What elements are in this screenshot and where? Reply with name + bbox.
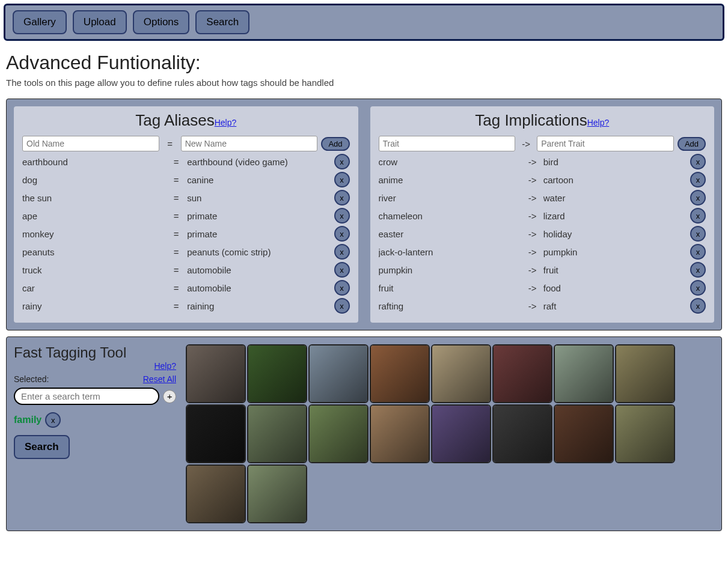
add-term-button[interactable]: +: [163, 390, 176, 403]
thumbnail[interactable]: [615, 344, 675, 403]
selected-label: Selected:: [14, 374, 49, 384]
alias-row: peanuts=peanuts (comic strip)x: [22, 243, 350, 261]
alias-row: dog=caninex: [22, 171, 350, 189]
thumbnail[interactable]: [308, 404, 369, 463]
alias-right: automobile: [187, 283, 330, 293]
alias-row: the sun=sunx: [22, 189, 350, 207]
impl-delete-button[interactable]: x: [690, 280, 706, 296]
alias-sep: =: [163, 139, 177, 149]
alias-new-input[interactable]: [181, 136, 318, 151]
thumbnail[interactable]: [370, 344, 430, 403]
alias-old-input[interactable]: [22, 136, 159, 151]
thumbnail[interactable]: [554, 404, 614, 463]
reset-all-link[interactable]: Reset All: [143, 374, 176, 384]
thumbnail[interactable]: [370, 404, 430, 463]
alias-row: car=automobilex: [22, 279, 350, 297]
thumbnail[interactable]: [554, 344, 614, 403]
thumbnail[interactable]: [492, 344, 552, 403]
impl-right: fruit: [543, 265, 687, 275]
nav-upload[interactable]: Upload: [73, 10, 127, 34]
alias-delete-button[interactable]: x: [334, 172, 350, 187]
implications-title: Tag Implications: [475, 111, 587, 129]
aliases-box: Tag AliasesHelp? = Add earthbound=earthb…: [14, 106, 358, 323]
alias-sep: =: [169, 229, 183, 239]
impl-right: water: [543, 193, 687, 203]
fast-tag-search-button[interactable]: Search: [14, 435, 70, 459]
nav-gallery[interactable]: Gallery: [13, 10, 67, 34]
alias-left: ape: [22, 211, 165, 221]
alias-sep: =: [169, 283, 183, 293]
thumbnail[interactable]: [615, 404, 675, 463]
fast-tag-help-link[interactable]: Help?: [154, 361, 176, 371]
alias-delete-button[interactable]: x: [334, 280, 350, 296]
impl-right: cartoon: [543, 175, 687, 185]
thumbnail[interactable]: [186, 344, 246, 403]
alias-sep: =: [169, 175, 183, 185]
nav-search[interactable]: Search: [195, 10, 249, 34]
alias-row: rainy=rainingx: [22, 297, 350, 315]
impl-left: chameleon: [379, 211, 522, 221]
tag-remove-button[interactable]: x: [45, 412, 61, 428]
thumbnail[interactable]: [431, 404, 491, 463]
thumbnail[interactable]: [186, 404, 246, 463]
impl-delete-button[interactable]: x: [690, 172, 706, 187]
impl-delete-button[interactable]: x: [690, 298, 706, 314]
thumbnail[interactable]: [431, 344, 491, 403]
impl-delete-button[interactable]: x: [690, 244, 706, 260]
impl-left: easter: [379, 229, 522, 239]
implication-row: crow->birdx: [379, 153, 706, 171]
fast-tag-search-input[interactable]: [14, 388, 159, 405]
impl-delete-button[interactable]: x: [690, 208, 706, 224]
implication-row: anime->cartoonx: [379, 171, 706, 189]
impl-sep: ->: [525, 283, 540, 293]
impl-add-button[interactable]: Add: [678, 137, 706, 151]
alias-sep: =: [169, 265, 183, 275]
fast-tag-sidebar: Fast Tagging Tool Help? Selected: Reset …: [14, 344, 176, 523]
impl-right: pumpkin: [543, 247, 687, 257]
implication-row: jack-o-lantern->pumpkinx: [379, 243, 706, 261]
impl-parent-input[interactable]: [537, 136, 674, 151]
implication-row: easter->holidayx: [379, 225, 706, 243]
alias-left: monkey: [22, 229, 165, 239]
alias-add-button[interactable]: Add: [321, 137, 349, 151]
alias-delete-button[interactable]: x: [334, 154, 350, 169]
nav-options[interactable]: Options: [133, 10, 190, 34]
alias-delete-button[interactable]: x: [334, 208, 350, 224]
implications-help-link[interactable]: Help?: [587, 118, 610, 127]
alias-delete-button[interactable]: x: [334, 190, 350, 205]
alias-left: earthbound: [22, 157, 165, 167]
implications-box: Tag ImplicationsHelp? -> Add crow->birdx…: [370, 106, 715, 323]
alias-delete-button[interactable]: x: [334, 244, 350, 260]
impl-right: food: [543, 283, 687, 293]
impl-delete-button[interactable]: x: [690, 226, 706, 242]
alias-delete-button[interactable]: x: [334, 226, 350, 242]
alias-delete-button[interactable]: x: [334, 298, 350, 314]
thumbnail[interactable]: [308, 344, 369, 403]
alias-left: the sun: [22, 193, 165, 203]
alias-sep: =: [169, 193, 183, 203]
impl-sep: ->: [519, 139, 533, 149]
alias-sep: =: [169, 247, 183, 257]
alias-right: primate: [187, 229, 330, 239]
alias-right: raining: [187, 301, 330, 311]
impl-sep: ->: [525, 175, 540, 185]
impl-delete-button[interactable]: x: [690, 154, 706, 169]
thumbnail[interactable]: [492, 404, 552, 463]
aliases-help-link[interactable]: Help?: [215, 118, 237, 127]
impl-trait-input[interactable]: [379, 136, 516, 151]
impl-delete-button[interactable]: x: [690, 190, 706, 205]
aliases-add-row: = Add: [22, 135, 350, 153]
alias-left: dog: [22, 175, 165, 185]
alias-left: car: [22, 283, 165, 293]
impl-delete-button[interactable]: x: [690, 262, 706, 278]
impl-sep: ->: [525, 265, 540, 275]
alias-delete-button[interactable]: x: [334, 262, 350, 278]
impl-left: anime: [379, 175, 522, 185]
alias-row: earthbound=earthbound (video game)x: [22, 153, 350, 171]
thumbnail[interactable]: [247, 404, 307, 463]
thumbnail[interactable]: [247, 344, 307, 403]
thumbnail[interactable]: [186, 464, 246, 523]
alias-row: ape=primatex: [22, 207, 350, 225]
impl-sep: ->: [525, 211, 540, 221]
thumbnail[interactable]: [247, 464, 307, 523]
